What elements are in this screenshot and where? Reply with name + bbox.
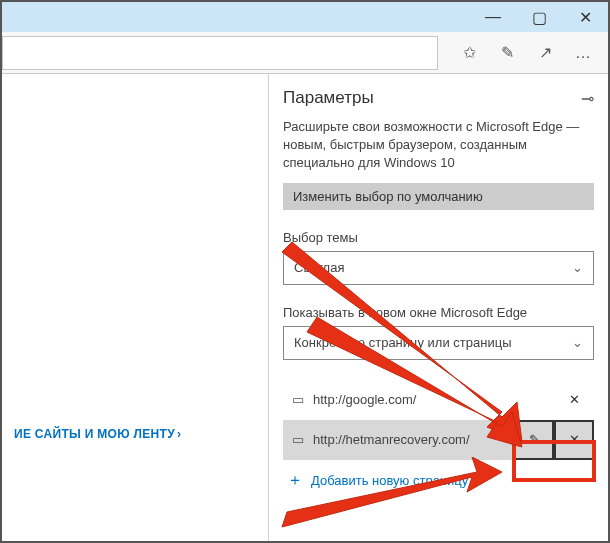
close-icon: ✕ <box>579 8 592 27</box>
close-icon: ✕ <box>569 392 580 407</box>
add-page-label: Добавить новую страницу <box>311 473 468 488</box>
main-content: ИЕ САЙТЫ И МОЮ ЛЕНТУ› <box>2 74 268 541</box>
pin-button[interactable]: ⊸ <box>581 89 594 108</box>
theme-value: Светлая <box>294 260 344 275</box>
remove-page-button[interactable]: ✕ <box>554 380 594 420</box>
chevron-right-icon: › <box>177 427 181 441</box>
favorites-button[interactable]: ✩ <box>450 32 488 74</box>
panel-title: Параметры <box>283 88 374 108</box>
panel-description: Расширьте свои возможности с Microsoft E… <box>283 118 594 173</box>
minimize-icon: — <box>485 8 501 26</box>
toolbar-icons: ✩ ✎ ↗ … <box>444 32 608 73</box>
window-maximize-button[interactable]: ▢ <box>516 2 562 32</box>
top-sites-link[interactable]: ИЕ САЙТЫ И МОЮ ЛЕНТУ› <box>14 427 181 441</box>
startup-page-url: http://google.com/ <box>313 392 554 407</box>
open-with-dropdown[interactable]: Конкретную страницу или страницы ⌄ <box>283 326 594 360</box>
maximize-icon: ▢ <box>532 8 547 27</box>
content-split: ИЕ САЙТЫ И МОЮ ЛЕНТУ› Параметры ⊸ Расшир… <box>2 74 608 541</box>
more-button[interactable]: … <box>564 32 602 74</box>
open-with-label: Показывать в новом окне Microsoft Edge <box>283 305 594 320</box>
link-text: ИЕ САЙТЫ И МОЮ ЛЕНТУ <box>14 427 175 441</box>
open-with-value: Конкретную страницу или страницы <box>294 335 511 350</box>
add-page-button[interactable]: ＋ Добавить новую страницу <box>283 460 594 501</box>
pen-icon: ✎ <box>501 43 514 62</box>
web-note-button[interactable]: ✎ <box>488 32 526 74</box>
browser-toolbar: ✩ ✎ ↗ … <box>2 32 608 74</box>
change-default-button[interactable]: Изменить выбор по умолчанию <box>283 183 594 210</box>
chevron-down-icon: ⌄ <box>572 260 583 275</box>
panel-header: Параметры ⊸ <box>283 74 594 118</box>
window-close-button[interactable]: ✕ <box>562 2 608 32</box>
startup-page-url: http://hetmanrecovery.com/ <box>313 432 514 447</box>
pencil-icon: ✎ <box>529 432 540 447</box>
page-icon: ▭ <box>283 432 313 447</box>
close-icon: ✕ <box>569 432 580 447</box>
theme-dropdown[interactable]: Светлая ⌄ <box>283 251 594 285</box>
theme-label: Выбор темы <box>283 230 594 245</box>
plus-icon: ＋ <box>287 470 303 491</box>
pin-icon: ⊸ <box>581 90 594 107</box>
share-icon: ↗ <box>539 43 552 62</box>
address-bar-wrap <box>2 32 444 73</box>
edit-page-button[interactable]: ✎ <box>514 420 554 460</box>
startup-page-row: ▭ http://google.com/ ✕ <box>283 380 594 420</box>
remove-page-button[interactable]: ✕ <box>554 420 594 460</box>
settings-panel: Параметры ⊸ Расширьте свои возможности с… <box>268 74 608 541</box>
share-button[interactable]: ↗ <box>526 32 564 74</box>
star-icon: ✩ <box>463 43 476 62</box>
window-minimize-button[interactable]: — <box>470 2 516 32</box>
more-icon: … <box>575 44 591 62</box>
startup-page-row: ▭ http://hetmanrecovery.com/ ✎ ✕ <box>283 420 594 460</box>
address-bar[interactable] <box>2 36 438 70</box>
chevron-down-icon: ⌄ <box>572 335 583 350</box>
page-icon: ▭ <box>283 392 313 407</box>
window-title-bar: — ▢ ✕ <box>2 2 608 32</box>
